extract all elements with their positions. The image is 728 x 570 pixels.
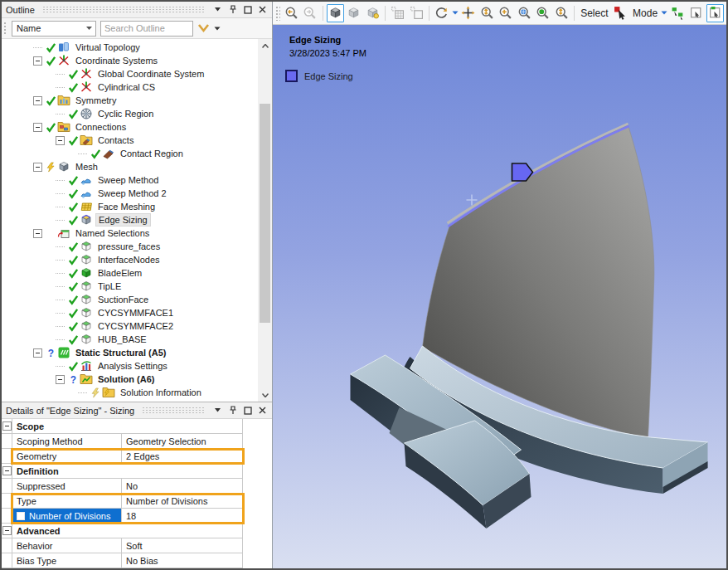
tree-item-suctionface[interactable]: SuctionFace [2, 293, 258, 306]
details-row-number-of-divisions[interactable]: Number of Divisions18 [2, 509, 272, 524]
tree-item-bladeelem[interactable]: BladeElem [2, 266, 258, 280]
section-expander-icon[interactable] [2, 419, 12, 434]
tree-expander-icon[interactable] [33, 163, 42, 172]
zoom-previous-icon[interactable] [283, 4, 301, 22]
tree-item-edge-sizing[interactable]: Edge Sizing [2, 213, 258, 227]
details-row-type[interactable]: TypeNumber of Divisions [2, 494, 272, 509]
tree-item-cycsymmface1[interactable]: CYCSYMMFACE1 [2, 306, 258, 319]
tree-item-virtual-topology[interactable]: Virtual Topology [2, 41, 258, 54]
tree-item-symmetry[interactable]: Symmetry [2, 94, 258, 107]
details-row-behavior[interactable]: BehaviorSoft [2, 538, 272, 553]
tree-expander-icon[interactable] [56, 375, 65, 384]
tree-item-cycsymmface2[interactable]: CYCSYMMFACE2 [2, 319, 258, 333]
tree-item-cylindrical-cs[interactable]: Cylindrical CS [2, 80, 258, 94]
selection-filter-icon[interactable] [612, 4, 630, 22]
row-checkbox[interactable] [17, 512, 25, 520]
details-value-bias-type[interactable]: No Bias [122, 553, 243, 568]
scrollbar-track[interactable] [258, 52, 272, 388]
dropdown-caret-icon[interactable] [661, 11, 667, 15]
box-zoom-icon[interactable] [497, 4, 515, 22]
section-expander-icon[interactable] [2, 464, 12, 479]
tree-expander-icon[interactable] [33, 56, 42, 66]
scroll-down-icon[interactable] [258, 388, 272, 402]
turbine-blade-model[interactable] [273, 25, 726, 568]
tree-item-mesh[interactable]: Mesh [2, 160, 258, 173]
select-box-flag-icon[interactable] [706, 4, 725, 22]
section-expander-icon[interactable] [2, 524, 12, 538]
tree-item-coordinate-systems[interactable]: Coordinate Systems [2, 54, 258, 67]
rotate-icon[interactable] [433, 4, 451, 22]
tree-item-contact-region[interactable]: Contact Region [2, 147, 258, 160]
viewport-3d[interactable]: Edge Sizing 3/28/2023 5:47 PM Edge Sizin… [273, 25, 726, 568]
maximize-icon[interactable] [242, 406, 253, 416]
select-box-icon[interactable] [687, 4, 706, 22]
details-value-scoping-method[interactable]: Geometry Selection [122, 434, 243, 449]
pin-icon[interactable] [227, 5, 238, 15]
tree-expander-icon[interactable] [33, 348, 42, 358]
maximize-icon[interactable] [242, 5, 253, 15]
tree-item-hub-base[interactable]: HUB_BASE [2, 333, 258, 346]
details-row-scoping-method[interactable]: Scoping MethodGeometry Selection [2, 434, 272, 449]
tree-item-sweep-method[interactable]: Sweep Method [2, 173, 258, 187]
details-value-suppressed[interactable]: No [122, 479, 243, 494]
tree-item-global-coordinate-system[interactable]: Global Coordinate System [2, 67, 258, 80]
extend-selection-icon[interactable] [668, 4, 687, 22]
scrollbar-thumb[interactable] [260, 104, 270, 323]
pane-menu-icon[interactable] [212, 406, 223, 416]
details-row-definition[interactable]: Definition [2, 464, 272, 479]
select-toolbar-label[interactable]: Select [578, 7, 610, 19]
pin-icon[interactable] [227, 406, 238, 416]
dropdown-caret-icon[interactable] [452, 11, 459, 15]
wireframe-icon[interactable] [364, 4, 382, 22]
scroll-up-icon[interactable] [258, 39, 272, 52]
tree-expander-icon[interactable] [33, 96, 42, 105]
toolbar-grip[interactable] [275, 6, 280, 21]
tree-item-tiple[interactable]: TipLE [2, 280, 258, 293]
details-row-advanced[interactable]: Advanced [2, 524, 272, 538]
tree-item-solution-information[interactable]: Solution Information [2, 386, 258, 399]
details-row-geometry[interactable]: Geometry2 Edges [2, 449, 272, 464]
details-row-scope[interactable]: Scope [2, 419, 272, 434]
tree-item-pressure-faces[interactable]: pressure_faces [2, 240, 258, 253]
tree-item-connections[interactable]: Connections [2, 120, 258, 134]
search-field-selector[interactable]: Name [12, 21, 96, 37]
solution-folder-icon [79, 373, 93, 386]
pane-menu-icon[interactable] [212, 5, 223, 15]
magnifier-window-icon[interactable] [553, 4, 571, 22]
details-value-type[interactable]: Number of Divisions [122, 494, 243, 509]
toolbar-grip[interactable] [3, 22, 7, 35]
close-icon[interactable] [257, 406, 268, 416]
search-options-caret-icon[interactable] [214, 27, 221, 31]
tree-expander-icon[interactable] [56, 136, 65, 145]
zoom-icon[interactable] [478, 4, 497, 22]
tree-item-interfacenodes[interactable]: InterfaceNodes [2, 253, 258, 266]
pan-icon[interactable] [459, 4, 478, 22]
search-input[interactable] [100, 21, 193, 37]
show-vertices-icon[interactable] [408, 4, 426, 22]
shaded-exterior-and-edges-icon[interactable] [327, 4, 345, 22]
details-value-number-of-divisions[interactable]: 18 [122, 509, 243, 524]
tree-scrollbar[interactable] [258, 39, 272, 402]
shaded-exterior-icon[interactable] [345, 4, 363, 22]
show-mesh-icon[interactable] [389, 4, 407, 22]
tree-item-solution-a6[interactable]: ?Solution (A6) [2, 373, 258, 386]
tree-item-face-meshing[interactable]: Face Meshing [2, 200, 258, 213]
details-row-suppressed[interactable]: SuppressedNo [2, 479, 272, 494]
tree-item-static-structural-a5[interactable]: ?Static Structural (A5) [2, 346, 258, 359]
tree-expander-icon[interactable] [33, 123, 42, 132]
details-row-bias-type[interactable]: Bias TypeNo Bias [2, 553, 272, 568]
search-filter-chevron-icon[interactable] [197, 23, 210, 33]
tree-item-contacts[interactable]: Contacts [2, 134, 258, 147]
tree-item-sweep-method-2[interactable]: Sweep Method 2 [2, 187, 258, 200]
zoom-to-selection-icon[interactable] [534, 4, 552, 22]
close-icon[interactable] [257, 5, 268, 15]
tree-item-analysis-settings[interactable]: Analysis Settings [2, 359, 258, 373]
details-value-geometry[interactable]: 2 Edges [122, 449, 243, 464]
tree-item-named-selections[interactable]: Named Selections [2, 227, 258, 240]
tree-item-cyclic-region[interactable]: Cyclic Region [2, 107, 258, 120]
zoom-next-icon[interactable] [301, 4, 319, 22]
details-value-behavior[interactable]: Soft [122, 538, 243, 553]
tree-expander-icon[interactable] [33, 229, 42, 238]
mode-toolbar-label[interactable]: Mode [630, 7, 660, 19]
zoom-fit-icon[interactable] [516, 4, 534, 22]
